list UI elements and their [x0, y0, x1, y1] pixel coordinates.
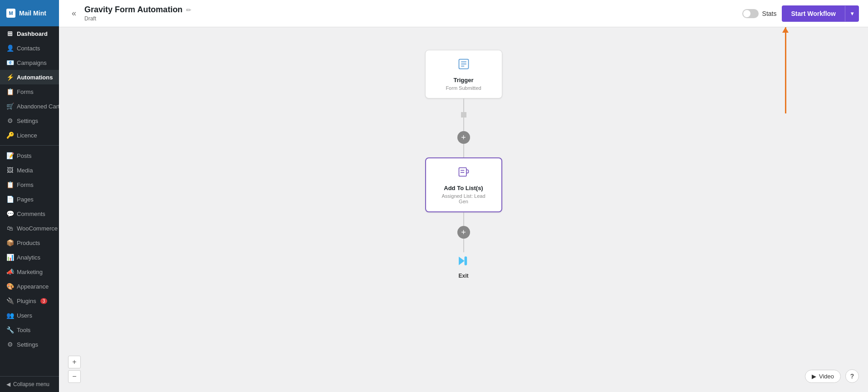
sidebar-item-forms-wp[interactable]: 📋 Forms	[0, 177, 59, 192]
forms-icon: 📋	[6, 88, 14, 95]
action-node-icon	[437, 166, 490, 181]
sidebar-item-label: Settings	[17, 118, 38, 124]
pages-icon: 📄	[6, 196, 14, 203]
sidebar-item-label: Abandoned Cart	[17, 103, 60, 110]
sidebar-item-licence[interactable]: 🔑 Licence	[0, 128, 59, 142]
dashboard-icon: ⊞	[6, 30, 14, 37]
sidebar-item-tools[interactable]: 🔧 Tools	[0, 323, 59, 337]
automations-icon: ⚡	[6, 74, 14, 81]
comments-icon: 💬	[6, 210, 14, 217]
users-icon: 👥	[6, 312, 14, 319]
sidebar-item-label: Appearance	[17, 283, 49, 290]
connector-dot-1	[461, 112, 466, 118]
sidebar-item-plugins[interactable]: 🔌 Plugins 3	[0, 294, 59, 308]
collapse-label: Collapse menu	[13, 381, 49, 387]
zoom-out-icon: −	[72, 372, 76, 381]
start-workflow-dropdown-icon[interactable]: ▾	[845, 6, 859, 21]
sidebar-item-label: Comments	[17, 211, 45, 217]
help-icon: ?	[850, 372, 854, 380]
exit-node-icon	[457, 254, 471, 271]
draft-status: Draft	[84, 15, 191, 22]
zoom-out-button[interactable]: −	[68, 370, 81, 383]
video-play-icon: ▶	[812, 373, 816, 380]
sidebar-item-label: Campaigns	[17, 59, 47, 66]
forms-wp-icon: 📋	[6, 181, 14, 188]
canvas-bottom-right: ▶ Video ?	[805, 369, 859, 383]
canvas-controls: + −	[68, 356, 81, 383]
collapse-menu[interactable]: ◀ Collapse menu	[0, 376, 59, 392]
plugins-badge: 3	[40, 298, 48, 304]
sidebar-item-label: Forms	[17, 88, 34, 95]
trigger-node[interactable]: Trigger Form Submitted	[425, 50, 502, 98]
sidebar-item-contacts[interactable]: 👤 Contacts	[0, 41, 59, 55]
edit-title-icon[interactable]: ✏	[186, 6, 191, 14]
add-step-button-2[interactable]: +	[457, 226, 470, 239]
abandoned-cart-icon: 🛒	[6, 103, 14, 110]
sidebar-item-label: Contacts	[17, 45, 40, 52]
sidebar-item-products[interactable]: 📦 Products	[0, 235, 59, 250]
sidebar-item-appearance[interactable]: 🎨 Appearance	[0, 279, 59, 294]
appearance-icon: 🎨	[6, 283, 14, 290]
action-node-title: Add To List(s)	[437, 185, 490, 191]
tools-icon: 🔧	[6, 326, 14, 333]
sidebar-item-label: Analytics	[17, 254, 40, 261]
sidebar-item-label: Tools	[17, 327, 30, 333]
add-step-button-1[interactable]: +	[457, 131, 470, 144]
sidebar-item-posts[interactable]: 📝 Posts	[0, 148, 59, 163]
connector-line-1b	[463, 118, 464, 131]
sidebar-item-media[interactable]: 🖼 Media	[0, 163, 59, 177]
start-workflow-button[interactable]: Start Workflow ▾	[782, 5, 859, 22]
connector-line-3	[463, 212, 464, 226]
page-title: Gravity Form Automation	[84, 5, 182, 15]
sidebar-item-label: Users	[17, 312, 32, 319]
topbar-right: Stats Start Workflow ▾	[742, 5, 859, 22]
trigger-node-title: Trigger	[436, 77, 491, 83]
stats-label: Stats	[762, 10, 777, 17]
settings-wp-icon: ⚙	[6, 341, 14, 348]
zoom-in-button[interactable]: +	[68, 356, 81, 368]
collapse-sidebar-button[interactable]: «	[68, 7, 80, 20]
sidebar-item-woocommerce[interactable]: 🛍 WooCommerce	[0, 221, 59, 235]
sidebar: M Mail Mint ⊞ Dashboard 👤 Contacts 📧 Cam…	[0, 0, 59, 392]
title-area: Gravity Form Automation ✏ Draft	[84, 5, 191, 22]
exit-node[interactable]: Exit	[457, 254, 471, 279]
campaigns-icon: 📧	[6, 59, 14, 66]
sidebar-item-users[interactable]: 👥 Users	[0, 308, 59, 323]
sidebar-item-pages[interactable]: 📄 Pages	[0, 192, 59, 206]
sidebar-item-label: Marketing	[17, 269, 43, 275]
action-node[interactable]: Add To List(s) Assigned List: Lead Gen	[425, 157, 502, 212]
video-button[interactable]: ▶ Video	[805, 370, 841, 383]
sidebar-brand[interactable]: M Mail Mint	[0, 0, 59, 26]
sidebar-item-campaigns[interactable]: 📧 Campaigns	[0, 55, 59, 70]
sidebar-item-label: Plugins	[17, 298, 36, 304]
stats-toggle-switch[interactable]	[742, 9, 759, 18]
sidebar-item-settings-wp[interactable]: ⚙ Settings	[0, 337, 59, 352]
workflow-canvas[interactable]: Trigger Form Submitted +	[59, 27, 868, 392]
connector-line-2	[463, 144, 464, 157]
brand-label: Mail Mint	[19, 10, 46, 17]
sidebar-item-label: WooCommerce	[17, 225, 58, 232]
trigger-node-subtitle: Form Submitted	[436, 85, 491, 91]
svg-rect-7	[465, 257, 466, 265]
sidebar-item-analytics[interactable]: 📊 Analytics	[0, 250, 59, 265]
analytics-icon: 📊	[6, 254, 14, 261]
sidebar-item-automations[interactable]: ⚡ Automations	[0, 70, 59, 84]
collapse-icon: ◀	[6, 381, 10, 387]
woocommerce-icon: 🛍	[6, 225, 14, 232]
sidebar-item-settings[interactable]: ⚙ Settings	[0, 113, 59, 128]
sidebar-item-label: Licence	[17, 132, 37, 139]
help-button[interactable]: ?	[845, 369, 859, 383]
topbar: « Gravity Form Automation ✏ Draft Stats …	[59, 0, 868, 27]
settings-icon: ⚙	[6, 117, 14, 124]
licence-icon: 🔑	[6, 132, 14, 139]
sidebar-item-label: Settings	[17, 341, 38, 348]
sidebar-item-forms[interactable]: 📋 Forms	[0, 84, 59, 99]
connector-line-1	[463, 98, 464, 112]
products-icon: 📦	[6, 239, 14, 246]
sidebar-item-abandoned-cart[interactable]: 🛒 Abandoned Cart	[0, 99, 59, 113]
sidebar-item-comments[interactable]: 💬 Comments	[0, 206, 59, 221]
start-workflow-label: Start Workflow	[782, 5, 845, 22]
sidebar-item-dashboard[interactable]: ⊞ Dashboard	[0, 26, 59, 41]
sidebar-item-marketing[interactable]: 📣 Marketing	[0, 265, 59, 279]
exit-node-label: Exit	[458, 273, 468, 279]
